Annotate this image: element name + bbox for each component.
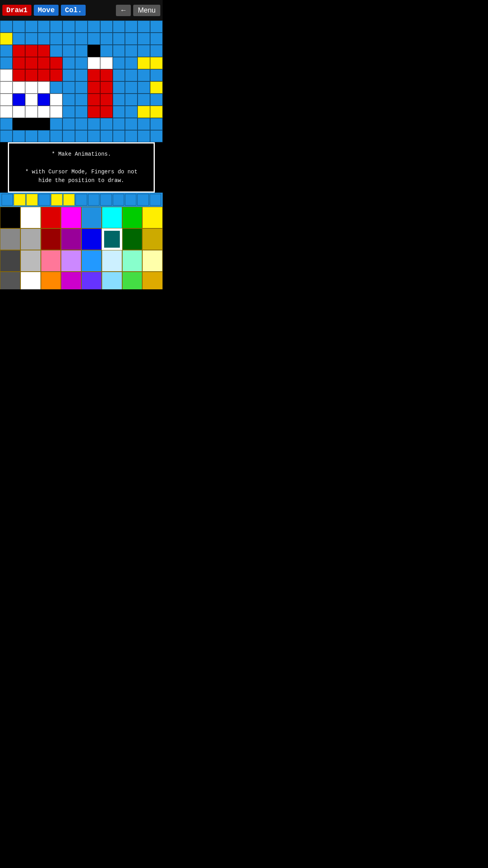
pixel-cell[interactable] [100, 81, 113, 94]
pixel-cell[interactable] [138, 33, 150, 45]
palette-color-cell[interactable] [122, 250, 143, 272]
pixel-cell[interactable] [75, 106, 88, 118]
pixel-cell[interactable] [13, 106, 25, 118]
palette-color-cell[interactable] [20, 228, 41, 250]
pixel-cell[interactable] [50, 33, 62, 45]
pixel-cell[interactable] [13, 118, 25, 130]
pixel-cell[interactable] [150, 94, 163, 106]
pixel-cell[interactable] [50, 20, 62, 33]
palette-color-cell[interactable] [122, 207, 143, 228]
pixel-cell[interactable] [100, 130, 113, 142]
pixel-cell[interactable] [75, 69, 88, 81]
palette-color-cell[interactable] [61, 207, 81, 228]
palette-color-cell[interactable] [102, 272, 122, 289]
palette-color-cell[interactable] [20, 207, 41, 228]
pixel-cell[interactable] [150, 130, 163, 142]
pixel-cell[interactable] [13, 57, 25, 69]
palette-color-cell[interactable] [61, 272, 81, 289]
pixel-cell[interactable] [88, 45, 100, 57]
pixel-cell[interactable] [0, 106, 13, 118]
pixel-cell[interactable] [38, 20, 50, 33]
pixel-cell[interactable] [62, 81, 75, 94]
pixel-cell[interactable] [62, 45, 75, 57]
pixel-cell[interactable] [113, 20, 125, 33]
palette-color-cell[interactable] [41, 250, 61, 272]
pixel-cell[interactable] [38, 94, 50, 106]
palette-color-cell[interactable] [41, 207, 61, 228]
pixel-cell[interactable] [150, 57, 163, 69]
palette-color-cell[interactable] [102, 228, 122, 250]
palette-color-cell[interactable] [142, 207, 163, 228]
pixel-cell[interactable] [38, 130, 50, 142]
pixel-cell[interactable] [125, 130, 138, 142]
pixel-cell[interactable] [138, 106, 150, 118]
pixel-cell[interactable] [0, 45, 13, 57]
palette-color-cell[interactable] [0, 272, 20, 289]
pixel-cell[interactable] [50, 130, 62, 142]
palette-color-cell[interactable] [122, 228, 143, 250]
pixel-cell[interactable] [138, 94, 150, 106]
pixel-cell[interactable] [0, 20, 13, 33]
back-button[interactable]: ← [116, 5, 131, 16]
pixel-cell[interactable] [25, 81, 38, 94]
palette-color-cell[interactable] [142, 272, 163, 289]
pixel-cell[interactable] [62, 106, 75, 118]
pixel-cell[interactable] [138, 118, 150, 130]
pixel-cell[interactable] [150, 45, 163, 57]
palette-color-cell[interactable] [142, 250, 163, 272]
pixel-cell[interactable] [150, 106, 163, 118]
pixel-cell[interactable] [38, 33, 50, 45]
pixel-cell[interactable] [150, 81, 163, 94]
pixel-cell[interactable] [50, 106, 62, 118]
pixel-cell[interactable] [125, 69, 138, 81]
palette-color-cell[interactable] [142, 228, 163, 250]
pixel-cell[interactable] [75, 81, 88, 94]
palette-color-cell[interactable] [81, 272, 102, 289]
pixel-cell[interactable] [75, 94, 88, 106]
pixel-cell[interactable] [100, 57, 113, 69]
pixel-cell[interactable] [113, 57, 125, 69]
pixel-cell[interactable] [125, 57, 138, 69]
pixel-cell[interactable] [25, 33, 38, 45]
pixel-cell[interactable] [62, 20, 75, 33]
pixel-cell[interactable] [100, 118, 113, 130]
pixel-cell[interactable] [62, 94, 75, 106]
palette-color-cell[interactable] [81, 207, 102, 228]
pixel-cell[interactable] [62, 57, 75, 69]
pixel-cell[interactable] [113, 94, 125, 106]
pixel-cell[interactable] [0, 130, 13, 142]
pixel-cell[interactable] [125, 81, 138, 94]
pixel-cell[interactable] [38, 81, 50, 94]
pixel-cell[interactable] [50, 69, 62, 81]
palette-color-cell[interactable] [102, 207, 122, 228]
pixel-cell[interactable] [138, 130, 150, 142]
pixel-cell[interactable] [100, 69, 113, 81]
palette-color-cell[interactable] [41, 272, 61, 289]
pixel-cell[interactable] [50, 94, 62, 106]
pixel-cell[interactable] [75, 33, 88, 45]
pixel-cell[interactable] [25, 45, 38, 57]
pixel-cell[interactable] [100, 20, 113, 33]
palette-color-cell[interactable] [0, 207, 20, 228]
pixel-cell[interactable] [113, 118, 125, 130]
pixel-cell[interactable] [125, 45, 138, 57]
move-button[interactable]: Move [34, 5, 59, 16]
pixel-cell[interactable] [50, 81, 62, 94]
pixel-cell[interactable] [113, 45, 125, 57]
menu-button[interactable]: Menu [133, 5, 160, 16]
pixel-cell[interactable] [13, 45, 25, 57]
pixel-cell[interactable] [75, 45, 88, 57]
pixel-cell[interactable] [0, 118, 13, 130]
palette-color-cell[interactable] [81, 250, 102, 272]
palette-color-cell[interactable] [0, 228, 20, 250]
pixel-cell[interactable] [62, 69, 75, 81]
pixel-cell[interactable] [25, 20, 38, 33]
pixel-cell[interactable] [62, 118, 75, 130]
pixel-cell[interactable] [0, 94, 13, 106]
pixel-cell[interactable] [25, 94, 38, 106]
pixel-cell[interactable] [113, 33, 125, 45]
pixel-cell[interactable] [38, 118, 50, 130]
pixel-cell[interactable] [113, 106, 125, 118]
pixel-cell[interactable] [25, 69, 38, 81]
pixel-cell[interactable] [125, 33, 138, 45]
